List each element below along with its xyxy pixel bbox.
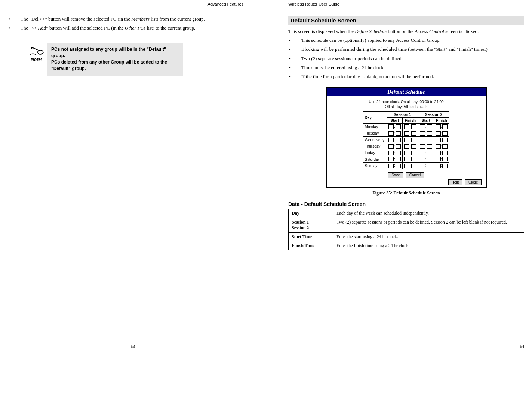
time-cell: : bbox=[403, 163, 418, 169]
data-row: DayEach day of the week can scheduled in… bbox=[289, 209, 524, 218]
time-input[interactable] bbox=[404, 131, 409, 136]
data-row: Session 1Session 2Two (2) separate sessi… bbox=[289, 218, 524, 232]
time-input[interactable] bbox=[436, 131, 441, 136]
right-bullets: This schedule can be (optionally) applie… bbox=[288, 37, 524, 80]
time-input[interactable] bbox=[396, 157, 401, 161]
left-bullet-1: The "Del >>" button will remove the sele… bbox=[7, 16, 243, 22]
data-label: Start Time bbox=[289, 232, 333, 241]
time-cell: : bbox=[418, 150, 434, 156]
note-icon: Note! bbox=[26, 43, 47, 62]
time-input[interactable] bbox=[404, 138, 409, 142]
time-input[interactable] bbox=[388, 157, 394, 161]
help-button[interactable]: Help bbox=[448, 179, 463, 185]
time-input[interactable] bbox=[404, 151, 409, 155]
schedule-table: Day Session 1 Session 2 Start Finish Sta… bbox=[363, 111, 450, 169]
time-input[interactable] bbox=[442, 164, 448, 168]
data-desc: Enter the start using a 24 hr clock. bbox=[333, 232, 524, 241]
time-input[interactable] bbox=[396, 124, 401, 129]
time-input[interactable] bbox=[427, 131, 432, 136]
time-input[interactable] bbox=[411, 131, 416, 136]
time-input[interactable] bbox=[442, 124, 448, 129]
time-input[interactable] bbox=[396, 131, 401, 136]
intro-text: This screen is displayed when the Define… bbox=[288, 28, 524, 35]
time-input[interactable] bbox=[436, 164, 441, 168]
time-input[interactable] bbox=[411, 164, 416, 168]
figure-buttons-main: Save Cancel bbox=[327, 172, 486, 178]
time-input[interactable] bbox=[396, 144, 401, 149]
time-input[interactable] bbox=[442, 144, 448, 149]
right-bullet-1: This schedule can be (optionally) applie… bbox=[288, 37, 524, 44]
time-input[interactable] bbox=[420, 151, 425, 155]
col-s1-start: Start bbox=[387, 118, 403, 124]
right-bullet-3: Two (2) separate sessions or periods can… bbox=[288, 55, 524, 62]
time-input[interactable] bbox=[411, 157, 416, 161]
schedule-row: Tuesday:::: bbox=[363, 130, 449, 136]
time-input[interactable] bbox=[442, 157, 448, 161]
time-input[interactable] bbox=[420, 138, 425, 142]
time-input[interactable] bbox=[411, 138, 416, 142]
time-input[interactable] bbox=[396, 151, 401, 155]
time-input[interactable] bbox=[427, 151, 432, 155]
time-input[interactable] bbox=[427, 138, 432, 142]
time-input[interactable] bbox=[396, 164, 401, 168]
close-button[interactable]: Close bbox=[465, 179, 482, 185]
time-cell: : bbox=[387, 156, 403, 162]
right-bullet-5: If the time for a particular day is blan… bbox=[288, 73, 524, 80]
time-cell: : bbox=[434, 163, 449, 169]
time-input[interactable] bbox=[427, 144, 432, 149]
time-input[interactable] bbox=[420, 164, 425, 168]
time-input[interactable] bbox=[427, 157, 432, 161]
time-input[interactable] bbox=[420, 131, 425, 136]
time-cell: : bbox=[387, 150, 403, 156]
time-input[interactable] bbox=[442, 131, 448, 136]
save-button[interactable]: Save bbox=[388, 172, 403, 178]
time-input[interactable] bbox=[388, 144, 394, 149]
time-cell: : bbox=[434, 156, 449, 162]
time-input[interactable] bbox=[442, 138, 448, 142]
time-input[interactable] bbox=[436, 151, 441, 155]
time-input[interactable] bbox=[396, 138, 401, 142]
time-input[interactable] bbox=[388, 124, 394, 129]
schedule-row: Thursday:::: bbox=[363, 143, 449, 150]
footer-rule bbox=[288, 262, 524, 262]
time-input[interactable] bbox=[411, 151, 416, 155]
time-input[interactable] bbox=[388, 151, 394, 155]
time-input[interactable] bbox=[388, 138, 394, 142]
time-cell: : bbox=[403, 136, 418, 143]
col-s2-start: Start bbox=[418, 118, 434, 124]
time-input[interactable] bbox=[420, 157, 425, 161]
time-input[interactable] bbox=[388, 164, 394, 168]
time-input[interactable] bbox=[420, 144, 425, 149]
time-input[interactable] bbox=[404, 164, 409, 168]
time-input[interactable] bbox=[436, 124, 441, 129]
time-cell: : bbox=[403, 130, 418, 136]
time-input[interactable] bbox=[404, 157, 409, 161]
time-cell: : bbox=[418, 124, 434, 130]
time-input[interactable] bbox=[436, 157, 441, 161]
time-input[interactable] bbox=[411, 144, 416, 149]
right-bullet-2: Blocking will be performed during the sc… bbox=[288, 46, 524, 53]
time-input[interactable] bbox=[404, 144, 409, 149]
figure-title: Default Schedule bbox=[327, 88, 486, 96]
time-input[interactable] bbox=[404, 124, 409, 129]
figure-default-schedule: Default Schedule Use 24 hour clock. On a… bbox=[326, 87, 487, 188]
schedule-row: Wednesday:::: bbox=[363, 136, 449, 143]
data-label: Finish Time bbox=[289, 241, 333, 250]
time-cell: : bbox=[418, 143, 434, 150]
time-cell: : bbox=[434, 143, 449, 150]
cancel-button[interactable]: Cancel bbox=[406, 172, 424, 178]
note-box: Note! PCs not assigned to any group will… bbox=[26, 43, 183, 75]
time-input[interactable] bbox=[388, 131, 394, 136]
time-input[interactable] bbox=[411, 124, 416, 129]
time-input[interactable] bbox=[436, 138, 441, 142]
page-left: Advanced Features The "Del >>" button wi… bbox=[0, 0, 266, 348]
section-title: Default Schedule Screen bbox=[288, 16, 524, 25]
time-cell: : bbox=[418, 163, 434, 169]
time-input[interactable] bbox=[427, 164, 432, 168]
day-cell: Thursday bbox=[363, 143, 387, 150]
time-input[interactable] bbox=[427, 124, 432, 129]
time-cell: : bbox=[403, 124, 418, 130]
time-input[interactable] bbox=[442, 151, 448, 155]
time-input[interactable] bbox=[436, 144, 441, 149]
time-input[interactable] bbox=[420, 124, 425, 129]
